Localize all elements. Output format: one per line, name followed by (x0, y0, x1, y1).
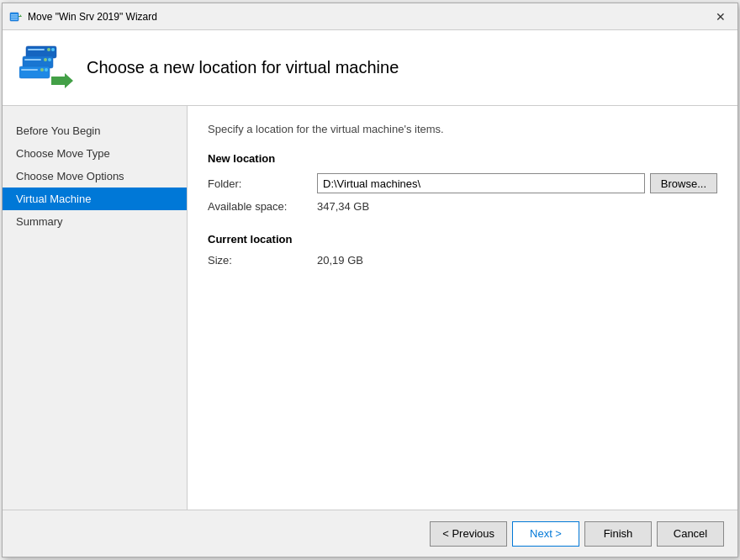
svg-point-7 (51, 48, 55, 51)
titlebar-icon (9, 10, 23, 24)
sidebar-item-choose-move-type[interactable]: Choose Move Type (3, 142, 187, 165)
svg-rect-13 (19, 66, 50, 78)
svg-marker-17 (51, 73, 73, 88)
svg-rect-10 (24, 59, 41, 61)
sidebar-item-before-you-begin[interactable]: Before You Begin (3, 119, 187, 142)
svg-rect-6 (28, 49, 45, 50)
dialog-window: Move "Win Srv 2019" Wizard ✕ (2, 3, 738, 557)
close-button[interactable]: ✕ (711, 7, 731, 27)
available-space-row: Available space: 347,34 GB (208, 200, 717, 213)
svg-point-12 (44, 58, 47, 61)
cancel-button[interactable]: Cancel (657, 521, 724, 547)
size-value: 20,19 GB (317, 254, 363, 267)
sidebar: Before You Begin Choose Move Type Choose… (3, 106, 188, 510)
previous-button[interactable]: < Previous (430, 521, 507, 547)
new-location-label: New location (208, 152, 717, 165)
title-bar-text: Move "Win Srv 2019" Wizard (28, 11, 711, 23)
move-arrow-icon (51, 70, 73, 92)
footer: < Previous Next > Finish Cancel (3, 510, 737, 557)
body: Before You Begin Choose Move Type Choose… (3, 106, 737, 510)
svg-point-16 (40, 68, 44, 71)
svg-rect-3 (11, 18, 18, 20)
svg-point-11 (48, 58, 51, 61)
size-row: Size: 20,19 GB (208, 254, 717, 267)
finish-button[interactable]: Finish (584, 521, 652, 547)
sidebar-item-choose-move-options[interactable]: Choose Move Options (3, 165, 187, 188)
sidebar-item-virtual-machine[interactable]: Virtual Machine (3, 188, 187, 210)
svg-point-15 (45, 68, 48, 71)
main-description: Specify a location for the virtual machi… (208, 123, 717, 135)
svg-marker-4 (18, 14, 22, 17)
header-icon-area (19, 41, 73, 95)
svg-rect-1 (11, 14, 18, 16)
folder-row: Folder: Browse... (208, 173, 717, 193)
svg-rect-2 (11, 16, 18, 18)
header-banner: Choose a new location for virtual machin… (3, 30, 737, 106)
svg-rect-14 (21, 69, 38, 71)
available-space-label: Available space: (208, 200, 317, 213)
current-location-section: Current location Size: 20,19 GB (208, 233, 717, 267)
title-bar: Move "Win Srv 2019" Wizard ✕ (3, 3, 737, 30)
folder-input[interactable] (317, 173, 645, 193)
browse-button[interactable]: Browse... (650, 173, 717, 193)
size-label: Size: (208, 254, 317, 267)
folder-label: Folder: (208, 177, 317, 190)
available-space-value: 347,34 GB (317, 200, 369, 213)
next-button[interactable]: Next > (512, 521, 579, 547)
sidebar-item-summary[interactable]: Summary (3, 210, 187, 233)
header-title: Choose a new location for virtual machin… (87, 58, 399, 77)
main-content: Specify a location for the virtual machi… (188, 106, 737, 510)
current-location-label: Current location (208, 233, 717, 246)
svg-point-8 (47, 48, 50, 51)
new-location-section: New location Folder: Browse... Available… (208, 152, 717, 213)
